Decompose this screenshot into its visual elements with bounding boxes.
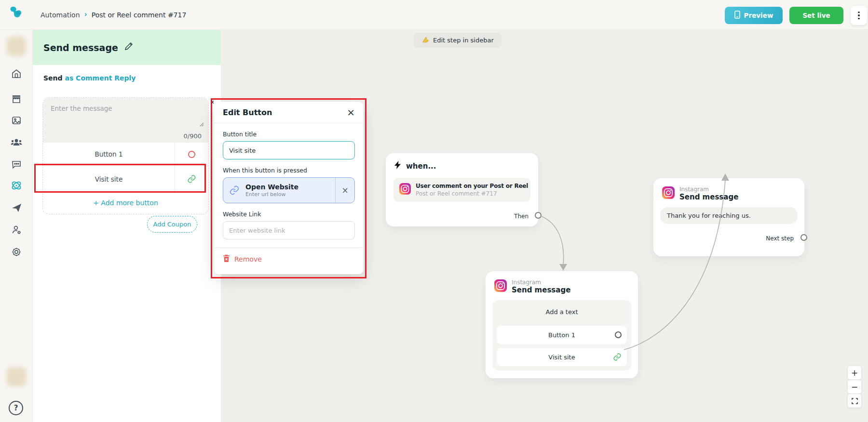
resize-handle-icon[interactable]	[199, 119, 204, 129]
add-more-button[interactable]: + Add more button	[43, 192, 208, 214]
modal-title: Edit Button	[223, 108, 272, 117]
icon-sidebar: ?	[0, 30, 33, 422]
link-icon	[613, 353, 622, 361]
website-link-input[interactable]	[223, 221, 355, 239]
step-editor-header: Send message	[33, 30, 221, 65]
node-app-label: Instagram	[512, 279, 570, 286]
tooltip-label: Edit step in sidebar	[433, 37, 494, 44]
message-button-row[interactable]: Button 1	[43, 142, 208, 166]
node-title: Send message	[512, 286, 570, 294]
node-button-row[interactable]: Visit site	[497, 348, 627, 366]
edit-title-pencil-icon[interactable]	[124, 42, 133, 53]
chat-icon	[11, 158, 22, 170]
link-icon	[187, 174, 196, 184]
lightning-icon	[394, 161, 401, 171]
phone-icon	[734, 11, 740, 20]
link-icon	[223, 185, 245, 196]
pointing-hand-icon	[421, 36, 429, 45]
button-title-label: Button title	[223, 131, 355, 138]
preview-button[interactable]: Preview	[725, 7, 783, 24]
fit-screen-button[interactable]	[848, 394, 861, 408]
button-action-cell	[175, 143, 208, 166]
kebab-menu-icon	[858, 12, 860, 20]
node-button-label: Button 1	[497, 331, 627, 339]
button-title-input[interactable]	[223, 141, 355, 159]
website-link-label: Website Link	[223, 211, 355, 218]
more-options-button[interactable]	[851, 6, 867, 25]
sidebar-item-settings[interactable]	[0, 244, 33, 260]
edit-step-tooltip: Edit step in sidebar	[414, 33, 502, 48]
action-subtitle: Enter url below	[245, 191, 335, 198]
trigger-title: User comment on your Post or Reel	[416, 183, 528, 189]
send-message-node[interactable]: Instagram Send message Add a text Button…	[486, 271, 638, 378]
preview-label: Preview	[744, 12, 773, 19]
button-row-label: Button 1	[43, 143, 175, 166]
gear-icon	[11, 246, 22, 258]
send-mode-line: Send as Comment Reply	[43, 74, 136, 82]
breadcrumb-section[interactable]: Automation	[41, 11, 80, 19]
button-port[interactable]	[615, 331, 622, 338]
zoom-out-button[interactable]: −	[848, 380, 861, 394]
trigger-node[interactable]: when... User comment on your Post or Ree…	[386, 153, 538, 226]
trash-icon	[223, 254, 230, 264]
node-title: Send message	[679, 193, 738, 201]
trigger-card[interactable]: User comment on your Post or Reel Post o…	[393, 178, 530, 202]
action-title: Open Website	[245, 183, 335, 191]
close-icon[interactable]: ×	[347, 107, 355, 117]
then-port[interactable]	[535, 212, 542, 219]
image-icon	[11, 115, 22, 126]
when-header: when...	[406, 162, 436, 171]
node-button-label: Visit site	[497, 354, 627, 361]
sidebar-item-shop[interactable]	[0, 91, 33, 107]
shop-icon	[11, 93, 22, 105]
message-composer: 0/900 Button 1 Visit site + Add more but…	[42, 97, 209, 214]
add-text-row[interactable]: Add a text	[497, 304, 627, 322]
sidebar-item-broadcast[interactable]	[0, 199, 33, 216]
instagram-icon	[399, 183, 411, 197]
sidebar-item-agents[interactable]	[0, 222, 33, 238]
fullscreen-icon	[852, 398, 858, 404]
account-avatar[interactable]	[7, 367, 26, 386]
sidebar-item-media[interactable]	[0, 112, 33, 129]
top-bar: Automation › Post or Reel comment #717 P…	[0, 0, 868, 30]
char-counter: 0/900	[184, 132, 202, 140]
divider	[214, 123, 364, 123]
sidebar-item-home[interactable]	[0, 66, 33, 82]
sidebar-item-contacts[interactable]	[0, 134, 33, 150]
no-action-icon	[188, 151, 195, 158]
reply-message-bubble[interactable]: Thank you for reaching us.	[660, 207, 798, 224]
app-logo-icon[interactable]	[6, 5, 26, 25]
then-label: Then	[514, 213, 529, 220]
reply-node[interactable]: Instagram Send message Thank you for rea…	[653, 178, 804, 256]
contacts-icon	[10, 136, 23, 148]
home-icon	[11, 68, 22, 79]
chevron-right-icon: ›	[84, 10, 87, 19]
instagram-icon	[494, 279, 507, 294]
breadcrumb: Automation › Post or Reel comment #717	[41, 0, 186, 30]
sidebar-item-automation[interactable]	[0, 177, 33, 194]
send-prefix: Send	[43, 74, 65, 82]
next-step-port[interactable]	[800, 234, 807, 241]
action-type-card[interactable]: Open Website Enter url below ×	[223, 177, 355, 203]
node-app-label: Instagram	[679, 186, 738, 193]
button-row-label: Visit site	[43, 166, 175, 192]
zoom-in-button[interactable]: +	[848, 366, 861, 380]
message-button-row[interactable]: Visit site	[43, 166, 208, 192]
clear-action-icon[interactable]: ×	[335, 178, 354, 203]
set-live-button[interactable]: Set live	[789, 7, 843, 24]
remove-label: Remove	[234, 255, 262, 263]
agent-icon	[11, 224, 22, 236]
sidebar-item-chat[interactable]	[0, 156, 33, 172]
message-textarea[interactable]	[43, 98, 208, 127]
automation-icon	[10, 179, 23, 192]
remove-button[interactable]: Remove	[223, 254, 355, 264]
button-action-cell	[175, 166, 208, 192]
add-coupon-button[interactable]: Add Coupon	[147, 216, 197, 233]
help-button[interactable]: ?	[9, 401, 23, 415]
node-button-row[interactable]: Button 1	[497, 326, 627, 344]
send-plane-icon	[11, 202, 23, 213]
send-mode-link[interactable]: as Comment Reply	[65, 74, 136, 82]
workspace-avatar[interactable]	[7, 37, 26, 56]
message-preview-card: Add a text Button 1 Visit site	[492, 300, 631, 370]
step-editor-panel: Send message Send as Comment Reply 0/900…	[33, 30, 221, 422]
